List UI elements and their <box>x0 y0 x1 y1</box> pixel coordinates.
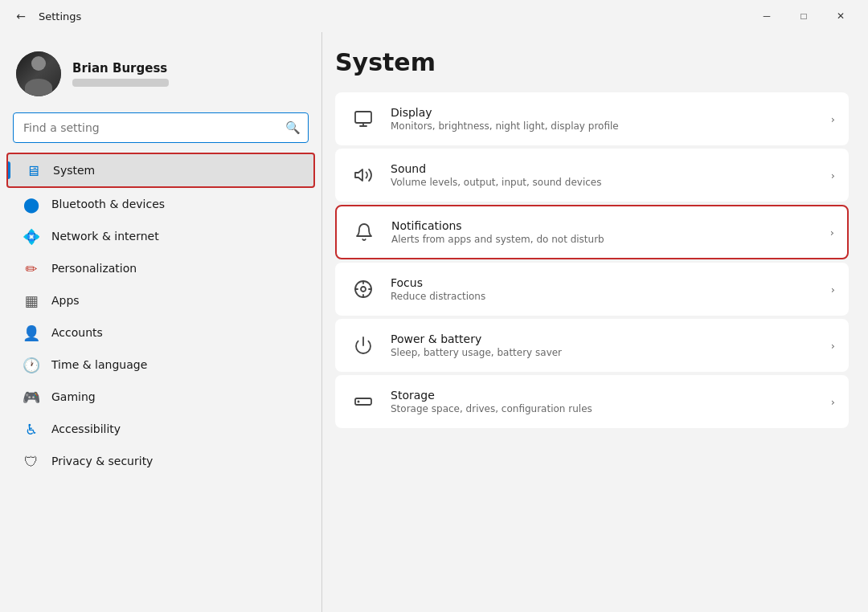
close-button[interactable]: ✕ <box>823 3 858 29</box>
sidebar-item-system[interactable]: 🖥 System <box>6 153 315 188</box>
notifications-chevron: › <box>830 226 834 239</box>
focus-name: Focus <box>391 276 818 289</box>
sound-text: Sound Volume levels, output, input, soun… <box>391 162 818 188</box>
accounts-icon: 👤 <box>23 324 40 341</box>
setting-power[interactable]: Power & battery Sleep, battery usage, ba… <box>335 319 849 372</box>
bluetooth-icon: ⬤ <box>23 195 40 213</box>
focus-desc: Reduce distractions <box>391 291 818 302</box>
storage-chevron: › <box>831 396 835 408</box>
focus-text: Focus Reduce distractions <box>391 276 818 302</box>
minimize-button[interactable]: ─ <box>749 3 784 29</box>
sidebar-label-privacy: Privacy & security <box>51 455 153 467</box>
sidebar-item-time[interactable]: 🕐 Time & language <box>6 349 315 381</box>
storage-name: Storage <box>391 389 818 402</box>
setting-display[interactable]: Display Monitors, brightness, night ligh… <box>335 92 849 145</box>
sidebar-label-system: System <box>53 164 95 177</box>
storage-desc: Storage space, drives, configuration rul… <box>391 403 818 414</box>
sidebar-label-network: Network & internet <box>51 230 159 243</box>
sidebar-nav: 🖥 System ⬤ Bluetooth & devices 💠 Network… <box>0 153 321 477</box>
user-info: Brian Burgess <box>72 61 169 87</box>
sidebar-item-personalization[interactable]: ✏️ Personalization <box>6 252 315 284</box>
setting-storage[interactable]: Storage Storage space, drives, configura… <box>335 375 849 428</box>
system-icon: 🖥 <box>24 161 42 179</box>
power-icon <box>349 331 378 360</box>
svg-rect-0 <box>355 112 371 123</box>
focus-chevron: › <box>831 284 835 296</box>
sound-name: Sound <box>391 162 818 175</box>
sound-desc: Volume levels, output, input, sound devi… <box>391 177 818 188</box>
sidebar-label-time: Time & language <box>51 358 147 371</box>
avatar-image <box>16 51 61 96</box>
gaming-icon: 🎮 <box>23 388 40 406</box>
notifications-icon <box>350 218 379 247</box>
display-icon <box>349 104 378 133</box>
power-name: Power & battery <box>391 333 818 345</box>
setting-notifications[interactable]: Notifications Alerts from apps and syste… <box>335 205 849 259</box>
time-icon: 🕐 <box>23 356 40 373</box>
sidebar-label-bluetooth: Bluetooth & devices <box>51 198 165 210</box>
notifications-name: Notifications <box>391 219 817 232</box>
focus-icon <box>349 275 378 304</box>
display-name: Display <box>391 106 818 119</box>
storage-text: Storage Storage space, drives, configura… <box>391 389 818 414</box>
notifications-text: Notifications Alerts from apps and syste… <box>391 219 817 245</box>
titlebar: ← Settings ─ □ ✕ <box>0 0 868 32</box>
sidebar-item-bluetooth[interactable]: ⬤ Bluetooth & devices <box>6 188 315 220</box>
page-title: System <box>335 48 849 76</box>
notifications-desc: Alerts from apps and system, do not dist… <box>391 234 817 245</box>
main-content: System Display Monitors, brightness, nig… <box>322 32 868 612</box>
sidebar: Brian Burgess 🔍 🖥 System ⬤ Bluetooth & d… <box>0 32 321 612</box>
sidebar-item-gaming[interactable]: 🎮 Gaming <box>6 381 315 413</box>
user-name: Brian Burgess <box>72 61 169 75</box>
avatar <box>16 51 61 96</box>
display-text: Display Monitors, brightness, night ligh… <box>391 106 818 132</box>
app-title: Settings <box>39 10 749 22</box>
accessibility-icon: ♿ <box>23 420 40 438</box>
sidebar-label-apps: Apps <box>51 294 80 307</box>
power-desc: Sleep, battery usage, battery saver <box>391 347 818 358</box>
svg-marker-3 <box>355 169 362 181</box>
sidebar-item-network[interactable]: 💠 Network & internet <box>6 220 315 252</box>
storage-icon <box>349 387 378 416</box>
network-icon: 💠 <box>23 227 40 245</box>
sidebar-label-accounts: Accounts <box>51 326 103 339</box>
window-controls: ─ □ ✕ <box>749 3 858 29</box>
settings-list: Display Monitors, brightness, night ligh… <box>335 92 849 428</box>
search-input[interactable] <box>13 112 309 143</box>
power-text: Power & battery Sleep, battery usage, ba… <box>391 333 818 358</box>
privacy-icon: 🛡 <box>23 452 40 470</box>
user-email-blur <box>72 79 169 87</box>
maximize-button[interactable]: □ <box>786 3 821 29</box>
sidebar-item-accounts[interactable]: 👤 Accounts <box>6 316 315 349</box>
sidebar-item-accessibility[interactable]: ♿ Accessibility <box>6 413 315 445</box>
sidebar-item-privacy[interactable]: 🛡 Privacy & security <box>6 445 315 477</box>
sidebar-item-apps[interactable]: ▦ Apps <box>6 284 315 316</box>
app-container: Brian Burgess 🔍 🖥 System ⬤ Bluetooth & d… <box>0 32 868 612</box>
setting-sound[interactable]: Sound Volume levels, output, input, soun… <box>335 149 849 202</box>
svg-point-5 <box>361 287 366 292</box>
back-button[interactable]: ← <box>10 5 32 27</box>
sidebar-label-personalization: Personalization <box>51 262 137 275</box>
sidebar-label-accessibility: Accessibility <box>51 422 121 435</box>
power-chevron: › <box>831 340 835 352</box>
search-container: 🔍 <box>13 112 309 143</box>
apps-icon: ▦ <box>23 292 40 309</box>
sound-chevron: › <box>831 169 835 182</box>
user-profile[interactable]: Brian Burgess <box>0 45 321 112</box>
sound-icon <box>349 161 378 190</box>
display-desc: Monitors, brightness, night light, displ… <box>391 120 818 132</box>
personalization-icon: ✏️ <box>23 259 40 277</box>
sidebar-label-gaming: Gaming <box>51 390 96 403</box>
display-chevron: › <box>831 113 835 125</box>
setting-focus[interactable]: Focus Reduce distractions › <box>335 263 849 316</box>
